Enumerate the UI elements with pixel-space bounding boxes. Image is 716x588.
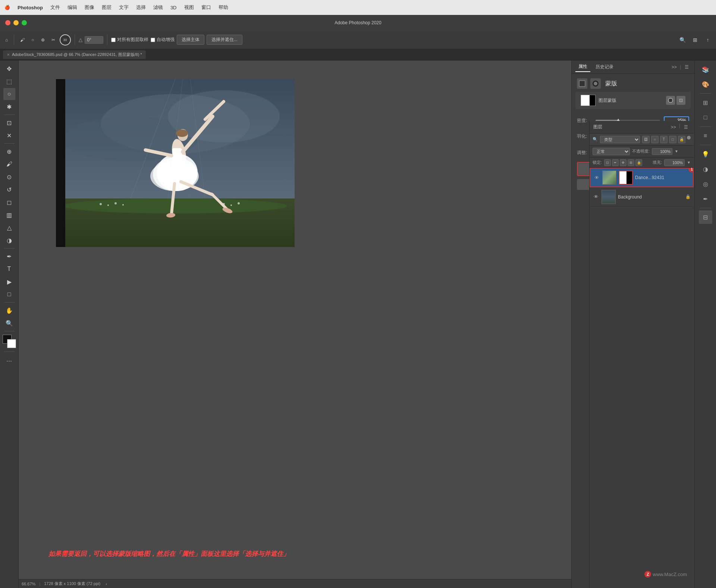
angle-input[interactable] [85, 36, 103, 44]
layers-panel-icon[interactable]: ⊟ [699, 210, 712, 224]
menu-help[interactable]: 帮助 [219, 4, 228, 11]
filter-dot[interactable] [687, 136, 691, 140]
path-select-tool[interactable]: ▶ [3, 276, 15, 288]
filter-icon-T[interactable]: T [660, 136, 668, 143]
brush-size-indicator[interactable]: 30 [60, 34, 71, 46]
close-button[interactable] [5, 20, 10, 25]
filter-icon-side[interactable]: ◎ [699, 177, 712, 191]
light-bulb-icon[interactable]: 💡 [699, 147, 712, 161]
visibility-toggle-background[interactable]: 👁 [593, 194, 599, 200]
apple-menu[interactable]: 🍎 [4, 5, 10, 10]
selection-tool[interactable]: ⬚ [3, 75, 15, 87]
menu-file[interactable]: 文件 [50, 4, 60, 11]
menu-3d[interactable]: 3D [170, 5, 177, 10]
filter-icon-circle[interactable]: ○ [651, 136, 659, 143]
quick-select-tool[interactable]: ✱ [3, 101, 15, 113]
expand-panel-button[interactable]: >> [670, 63, 678, 71]
properties-tab[interactable]: 属性 [575, 62, 590, 72]
select-mask-button[interactable]: 选择并遮住... [207, 35, 242, 45]
expand-layers-button[interactable]: >> [669, 123, 678, 131]
fill-arrow[interactable]: ▼ [687, 160, 691, 165]
properties-icon[interactable]: ≡ [699, 129, 712, 143]
eyedropper-tool[interactable]: ✕ [3, 129, 15, 141]
learn-icon[interactable]: 📚 [699, 63, 712, 76]
history-tab[interactable]: 历史记录 [593, 62, 616, 72]
tool-btn-2[interactable]: ○ [29, 36, 36, 44]
tool-sep-3 [4, 248, 15, 248]
gradient-tool[interactable]: ▥ [3, 209, 15, 221]
document-tab[interactable]: ✕ AdobeStock_78360685.psd @ 66.7% (Dance… [3, 50, 146, 59]
blend-mode-select[interactable]: 正常 [593, 148, 630, 155]
fill-input[interactable] [664, 159, 685, 166]
text-tool[interactable]: T [3, 263, 15, 275]
background-color[interactable] [7, 339, 16, 348]
minimize-button[interactable] [13, 20, 19, 25]
share-button[interactable]: ↑ [703, 35, 713, 45]
opacity-arrow[interactable]: ▼ [675, 149, 678, 153]
pixel-mask-icon[interactable] [577, 78, 587, 89]
layer-mask-row[interactable]: 图层蒙版 ⊡ [575, 92, 691, 109]
maximize-button[interactable] [22, 20, 27, 25]
tool-btn-3[interactable]: ⊕ [39, 36, 47, 44]
search-button[interactable]: 🔍 [677, 35, 688, 45]
sample-all-checkbox[interactable]: 对所有图层取样 [111, 37, 148, 43]
lock-artboard-button[interactable]: ⊞ [628, 159, 634, 166]
brush-tool[interactable]: 🖌 [3, 158, 15, 170]
tool-btn-4[interactable]: ✂ [49, 36, 57, 44]
visibility-toggle-dancer[interactable]: 👁 [593, 174, 600, 181]
panel-menu-button[interactable]: ☰ [682, 63, 691, 71]
menu-window[interactable]: 窗口 [201, 4, 211, 11]
layer-row-background[interactable]: 👁 Background 🔒 [590, 187, 694, 207]
lasso-tool[interactable]: ○ [3, 88, 15, 100]
adjustments-icon[interactable]: ◑ [699, 162, 712, 176]
hand-tool[interactable]: ✋ [3, 304, 15, 316]
zoom-tool[interactable]: 🔍 [3, 317, 15, 329]
select-subject-button[interactable]: 选择主体 [177, 35, 204, 45]
shape-tool[interactable]: □ [3, 288, 15, 300]
menu-text[interactable]: 文字 [119, 4, 129, 11]
auto-enhance-checkbox[interactable]: 自动增强 [151, 37, 175, 43]
layer-row-dancer[interactable]: 👁 Dance...92431 1 [590, 168, 694, 187]
lock-all-button[interactable]: 🔒 [635, 159, 642, 166]
menu-filter[interactable]: 滤镜 [153, 4, 163, 11]
mask-icon-2[interactable]: ⊡ [676, 96, 685, 105]
color-swatches-icon[interactable]: 🎨 [699, 78, 712, 91]
document-dimensions: 1728 像素 x 1100 像素 (72 ppi) [44, 581, 100, 587]
crop-tool[interactable]: ⊡ [3, 117, 15, 129]
channels-icon[interactable]: □ [699, 111, 712, 124]
layers-menu-button[interactable]: ☰ [682, 123, 690, 131]
spot-heal-tool[interactable]: ⊕ [3, 146, 15, 157]
menu-view[interactable]: 视图 [184, 4, 194, 11]
layout-button[interactable]: ⊞ [690, 35, 700, 45]
expand-icon[interactable]: › [106, 582, 107, 586]
eraser-tool[interactable]: ◻ [3, 196, 15, 208]
lock-move-button[interactable]: ✥ [620, 159, 626, 166]
color-boxes[interactable] [3, 335, 16, 348]
paths-icon[interactable]: ✒ [699, 192, 712, 206]
dodge-tool[interactable]: ◑ [3, 234, 15, 246]
brush-tool-button[interactable]: 🖌 [18, 36, 27, 44]
opacity-input[interactable] [652, 148, 672, 155]
layers-icon[interactable]: ⊞ [699, 96, 712, 109]
pen-tool[interactable]: ✒ [3, 250, 15, 262]
history-brush-tool[interactable]: ↺ [3, 184, 15, 196]
tab-close[interactable]: ✕ [7, 53, 10, 57]
vector-mask-icon[interactable] [590, 78, 601, 89]
filter-type-select[interactable]: 类型 [600, 136, 640, 143]
filter-icon-shape[interactable]: □ [669, 136, 676, 143]
menu-image[interactable]: 图像 [85, 4, 94, 11]
filter-icon-lock[interactable]: 🔒 [678, 136, 685, 143]
filter-icon-image[interactable]: 🖼 [642, 136, 650, 143]
lock-brush-button[interactable]: ✒ [612, 159, 619, 166]
clone-tool[interactable]: ⊙ [3, 171, 15, 183]
blur-tool[interactable]: △ [3, 222, 15, 234]
panel-divider: | [680, 65, 681, 70]
menu-select[interactable]: 选择 [136, 4, 146, 11]
home-button[interactable]: ⌂ [3, 36, 10, 44]
menu-edit[interactable]: 编辑 [67, 4, 77, 11]
lock-pixels-button[interactable]: ⊡ [604, 159, 611, 166]
mask-icon-1[interactable] [666, 96, 675, 105]
extras-button[interactable]: … [3, 354, 15, 366]
menu-layer[interactable]: 图层 [102, 4, 112, 11]
move-tool[interactable]: ✥ [3, 63, 15, 75]
